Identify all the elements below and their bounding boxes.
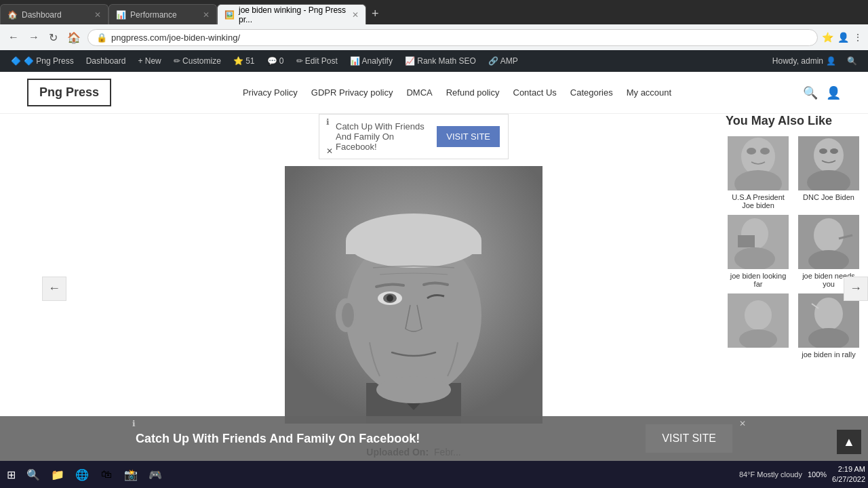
weather-info: 84°F Mostly cloudy <box>739 470 802 479</box>
svg-rect-7 <box>346 241 481 254</box>
svg-point-20 <box>814 138 844 172</box>
bottom-ad-close-button[interactable]: ✕ <box>739 419 746 428</box>
prev-arrow[interactable]: ← <box>42 277 66 301</box>
taskbar-game-icon[interactable]: 🎮 <box>144 464 166 485</box>
wp-rankmath-label: 📈 Rank Math SEO <box>405 56 476 66</box>
nav-gdpr[interactable]: GDPR Privacy policy <box>311 87 393 98</box>
content-center: ℹ Catch Up With Friends And Family On Fa… <box>108 114 719 463</box>
svg-point-23 <box>830 148 838 154</box>
wp-dashboard-item[interactable]: Dashboard <box>81 50 132 72</box>
tab-current-close[interactable]: ✕ <box>352 10 359 20</box>
wp-dashboard-label: Dashboard <box>86 56 126 66</box>
back-button[interactable]: ← <box>5 30 22 45</box>
scroll-up-button[interactable]: ▲ <box>837 430 861 454</box>
svg-point-29 <box>814 218 844 252</box>
refresh-button[interactable]: ↻ <box>46 30 60 45</box>
next-arrow[interactable]: → <box>844 277 868 301</box>
wp-howdy-label: Howdy, admin <box>772 56 823 66</box>
left-sidebar: ← <box>0 114 108 463</box>
taskbar-search-icon[interactable]: 🔍 <box>22 464 44 485</box>
wp-search-item[interactable]: 🔍 <box>842 56 863 66</box>
wp-analytify-item[interactable]: 📊 Analytify <box>344 50 398 72</box>
related-thumb-2 <box>798 136 859 190</box>
nav-dmca[interactable]: DMCA <box>406 87 432 98</box>
wp-comments-item[interactable]: 💬 0 <box>262 50 290 72</box>
wp-logo-item[interactable]: 🔷 🔷 Png Press <box>5 50 79 72</box>
svg-point-10 <box>387 295 393 302</box>
url-bar[interactable]: 🔒 pngpress.com/joe-biden-winking/ <box>87 29 818 46</box>
taskbar-edge-icon[interactable]: 🌐 <box>71 464 93 485</box>
forward-button[interactable]: → <box>26 30 42 45</box>
site-logo[interactable]: Png Press <box>27 79 111 106</box>
ad-info-icon: ℹ <box>326 117 330 127</box>
related-thumb-6 <box>798 293 859 348</box>
nav-privacy-policy[interactable]: Privacy Policy <box>243 87 298 98</box>
svg-point-13 <box>376 376 451 403</box>
related-image-5 <box>728 293 789 348</box>
wp-edit-post-label: ✏ Edit Post <box>296 56 338 66</box>
tab-current-label: joe biden winking - Png Press pr... <box>239 5 348 24</box>
related-item-6[interactable]: joe biden in rally <box>796 293 861 359</box>
bottom-ad-text: Catch Up With Friends And Family On Face… <box>136 432 420 446</box>
svg-point-15 <box>741 138 775 176</box>
new-tab-button[interactable]: + <box>366 7 384 21</box>
header-icons: 🔍 👤 <box>803 85 841 100</box>
ad-visit-button[interactable]: VISIT SITE <box>437 126 500 147</box>
taskbar-store-icon[interactable]: 🛍 <box>96 464 117 485</box>
search-icon[interactable]: 🔍 <box>803 85 818 100</box>
related-item-5[interactable] <box>726 293 791 359</box>
battery-info: 100% <box>808 470 827 479</box>
profile-button[interactable]: 👤 <box>837 32 849 43</box>
related-item-2[interactable]: DNC Joe Biden <box>796 136 861 209</box>
bottom-visit-button[interactable]: VISIT SITE <box>646 424 732 453</box>
tab-dashboard-close[interactable]: ✕ <box>94 10 101 20</box>
related-image-3 <box>728 215 789 269</box>
taskbar-right: 84°F Mostly cloudy 100% 2:19 AM 6/27/202… <box>739 464 865 485</box>
url-text: pngpress.com/joe-biden-winking/ <box>111 33 240 43</box>
wp-amp-item[interactable]: 🔗 AMP <box>483 50 524 72</box>
wp-howdy-item[interactable]: Howdy, admin 👤 <box>767 56 842 66</box>
related-image-4 <box>798 215 859 269</box>
taskbar-files-icon[interactable]: 📁 <box>47 464 68 485</box>
related-label-6: joe biden in rally <box>798 350 859 359</box>
wp-admin-bar: 🔷 🔷 Png Press Dashboard + New ✏ Customiz… <box>0 50 868 72</box>
related-item-3[interactable]: joe biden looking far <box>726 215 791 288</box>
related-thumb-4 <box>798 215 859 269</box>
taskbar-photos-icon[interactable]: 📸 <box>120 464 142 485</box>
wp-rankmath-item[interactable]: 📈 Rank Math SEO <box>399 50 481 72</box>
wp-search-icon: 🔍 <box>847 56 857 66</box>
wp-customize-item[interactable]: ✏ Customize <box>168 50 226 72</box>
nav-my-account[interactable]: My account <box>627 87 671 98</box>
home-button[interactable]: 🏠 <box>64 30 83 45</box>
nav-refund[interactable]: Refund policy <box>446 87 500 98</box>
wp-new-item[interactable]: + New <box>132 50 166 72</box>
site-nav: Privacy Policy GDPR Privacy policy DMCA … <box>243 87 671 98</box>
lock-icon: 🔒 <box>96 33 107 43</box>
nav-categories[interactable]: Categories <box>570 87 613 98</box>
bottom-ad-bar: ℹ Catch Up With Friends And Family On Fa… <box>0 416 868 461</box>
ad-close-button[interactable]: ✕ <box>326 146 333 156</box>
tab-current[interactable]: 🖼️ joe biden winking - Png Press pr... ✕ <box>217 4 366 24</box>
related-label-2: DNC Joe Biden <box>798 193 859 201</box>
ad-box: ℹ Catch Up With Friends And Family On Fa… <box>319 114 509 159</box>
svg-point-36 <box>814 298 843 330</box>
related-item-1[interactable]: U.S.A President Joe biden <box>726 136 791 209</box>
extensions-button[interactable]: ⭐ <box>822 32 833 43</box>
nav-contact[interactable]: Contact Us <box>513 87 557 98</box>
tab-performance-icon: 📊 <box>116 10 126 20</box>
wp-updates-item[interactable]: ⭐ 51 <box>228 50 260 72</box>
related-thumb-5 <box>728 293 789 348</box>
wp-edit-post-item[interactable]: ✏ Edit Post <box>291 50 343 72</box>
wp-logo-icon: 🔷 <box>11 56 21 66</box>
user-icon[interactable]: 👤 <box>826 85 841 100</box>
ad-text: Catch Up With Friends And Family On Face… <box>336 121 429 152</box>
time-display: 2:19 AM <box>832 464 865 474</box>
tab-dashboard[interactable]: 🏠 Dashboard ✕ <box>0 4 108 24</box>
menu-button[interactable]: ⋮ <box>853 32 863 43</box>
start-button[interactable]: ⊞ <box>3 466 20 484</box>
tab-performance[interactable]: 📊 Performance ✕ <box>108 4 217 24</box>
wp-comments-label: 💬 0 <box>267 56 284 66</box>
related-thumb-3 <box>728 215 789 269</box>
tab-performance-close[interactable]: ✕ <box>203 10 210 20</box>
tab-dashboard-label: Dashboard <box>22 10 62 20</box>
